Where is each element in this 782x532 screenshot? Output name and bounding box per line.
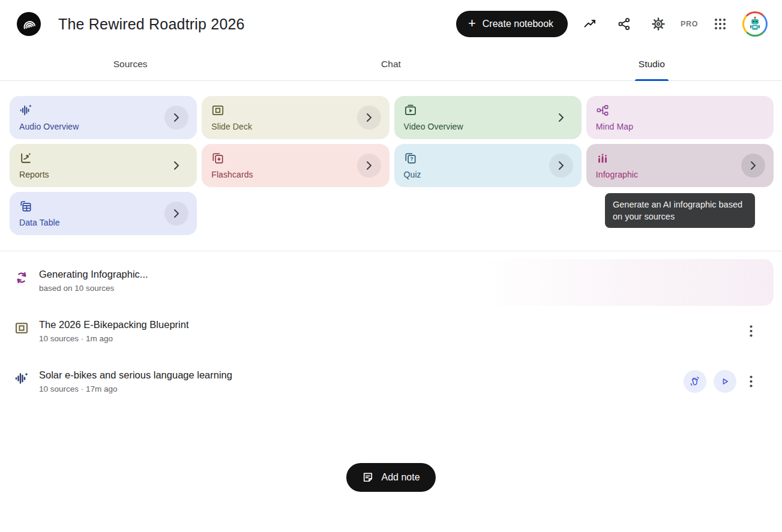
tool-card-infographic[interactable]: Infographic: [586, 144, 774, 187]
chevron-right-icon[interactable]: [741, 154, 765, 178]
tool-label: Mind Map: [596, 122, 764, 131]
more-options-icon[interactable]: [742, 323, 759, 339]
loading-shimmer: [483, 259, 774, 306]
list-item-audio-overview[interactable]: Solar e-bikes and serious language learn…: [0, 360, 782, 403]
create-notebook-button[interactable]: + Create notebook: [456, 11, 568, 37]
bar-chart-icon: [596, 152, 609, 165]
tool-card-flashcards[interactable]: Flashcards: [202, 144, 389, 187]
item-subtitle: 10 sources · 17m ago: [39, 384, 232, 393]
mind-map-graph-icon: [596, 104, 609, 117]
tool-card-video-overview[interactable]: Video Overview: [394, 96, 582, 139]
chevron-right-icon[interactable]: [549, 154, 573, 178]
sync-progress-icon: [14, 270, 29, 285]
video-overview-icon: [404, 104, 417, 117]
tool-card-audio-overview[interactable]: Audio Overview: [10, 96, 197, 139]
item-subtitle: based on 10 sources: [39, 284, 148, 293]
slide-frame-icon: [211, 104, 224, 117]
chevron-right-icon[interactable]: [357, 154, 381, 178]
chevron-right-icon[interactable]: [164, 154, 188, 178]
cards-question-icon: ?: [404, 152, 417, 165]
tool-label: Slide Deck: [211, 122, 379, 131]
tab-studio[interactable]: Studio: [522, 48, 782, 80]
tool-label: Infographic: [596, 170, 764, 179]
tool-card-data-table[interactable]: Data Table: [10, 192, 197, 235]
page-title[interactable]: The Rewired Roadtrip 2026: [58, 16, 456, 33]
add-note-label: Add note: [381, 472, 420, 483]
tool-card-slide-deck[interactable]: Slide Deck: [202, 96, 389, 139]
tool-card-mind-map[interactable]: Mind Map: [586, 96, 774, 139]
studio-output-list: Generating Infographic... based on 10 so…: [0, 251, 782, 403]
note-icon: [362, 471, 374, 483]
waveform-sparkle-icon: [14, 371, 29, 386]
app-header: The Rewired Roadtrip 2026 + Create noteb…: [0, 0, 782, 48]
audio-actions: [684, 370, 736, 393]
avatar[interactable]: [742, 11, 768, 37]
tool-card-reports[interactable]: Reports: [10, 144, 197, 187]
interactive-mode-icon[interactable]: [684, 370, 706, 393]
main-tabs: Sources Chat Studio: [0, 48, 782, 81]
tool-label: Data Table: [19, 218, 187, 227]
tool-label: Reports: [19, 170, 187, 179]
share-icon[interactable]: [612, 12, 636, 36]
report-sparkle-icon: [19, 152, 32, 165]
logo-arcs-icon: [20, 15, 38, 33]
create-notebook-label: Create notebook: [483, 19, 553, 29]
chevron-right-icon[interactable]: [549, 106, 573, 130]
chevron-right-icon[interactable]: [164, 202, 188, 226]
plus-icon: +: [468, 17, 476, 30]
item-title: Generating Infographic...: [39, 269, 148, 280]
pro-badge: PRO: [681, 20, 698, 28]
item-title: Solar e-bikes and serious language learn…: [39, 369, 232, 381]
data-table-icon: [19, 200, 32, 213]
waveform-sparkle-icon: [19, 104, 32, 117]
robot-avatar-icon: [747, 16, 763, 32]
slide-frame-icon: [14, 321, 29, 335]
apps-grid-icon[interactable]: [708, 12, 732, 36]
settings-gear-icon[interactable]: [646, 12, 670, 36]
add-note-button[interactable]: Add note: [346, 463, 435, 492]
more-options-icon[interactable]: [742, 373, 759, 390]
item-subtitle: 10 sources · 1m ago: [39, 334, 188, 343]
list-item-generating-infographic[interactable]: Generating Infographic... based on 10 so…: [0, 259, 782, 302]
chevron-right-icon[interactable]: [164, 106, 188, 130]
trending-up-icon[interactable]: [578, 12, 602, 36]
notebooklm-logo[interactable]: [17, 12, 41, 36]
item-title: The 2026 E-Bikepacking Blueprint: [39, 319, 188, 330]
chevron-right-icon[interactable]: [357, 106, 381, 130]
play-icon[interactable]: [714, 370, 736, 393]
infographic-tooltip: Generate an AI infographic based on your…: [605, 193, 755, 228]
tab-chat[interactable]: Chat: [260, 48, 521, 80]
list-item-slide-deck[interactable]: The 2026 E-Bikepacking Blueprint 10 sour…: [0, 309, 782, 353]
tab-sources[interactable]: Sources: [0, 48, 260, 80]
tool-label: Quiz: [404, 170, 572, 179]
tool-label: Video Overview: [404, 122, 572, 131]
tool-card-quiz[interactable]: ? Quiz: [394, 144, 582, 187]
cards-star-icon: [211, 152, 224, 165]
svg-text:?: ?: [410, 156, 413, 162]
tool-label: Flashcards: [211, 170, 379, 179]
tool-label: Audio Overview: [19, 122, 187, 131]
header-actions: + Create notebook PRO: [456, 11, 768, 37]
